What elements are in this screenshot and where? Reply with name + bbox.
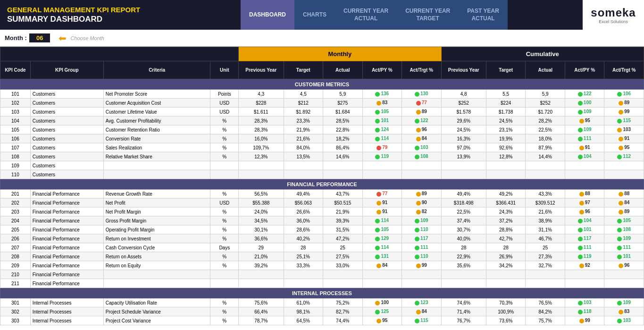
- tab-past-year-actual[interactable]: PAST YEARACTUAL: [459, 0, 508, 30]
- table-row: 210 Financial Performance: [0, 270, 644, 279]
- status-dot: [617, 319, 622, 323]
- month-hint: Choose Month: [70, 35, 104, 41]
- status-dot: [578, 110, 583, 115]
- status-dot: [579, 146, 584, 150]
- nav-tabs: DASHBOARD CHARTS CURRENT YEARACTUAL CURR…: [241, 0, 508, 30]
- kpi-indicator-cell: 110: [402, 252, 442, 261]
- c-prev-cell: 4,8: [441, 90, 486, 99]
- status-dot: [617, 255, 622, 259]
- status-dot: [375, 228, 380, 232]
- kpi-group-cell: Financial Performance: [30, 270, 103, 279]
- kpi-criteria-cell: Net Promoter Score: [103, 90, 210, 99]
- c-prev-cell: 49,4%: [441, 190, 486, 198]
- kpi-indicator-cell: 114: [362, 243, 402, 252]
- table-row: 204 Financial Performance Gross Profit M…: [0, 216, 644, 225]
- c-act-cell: 22,5%: [526, 125, 565, 134]
- section-header-row: CUSTOMER METRICS: [0, 79, 644, 90]
- kpi-indicator-cell: 119: [362, 152, 402, 161]
- kpi-unit-cell: Points: [210, 90, 239, 99]
- tab-dashboard[interactable]: DASHBOARD: [241, 0, 294, 30]
- table-row: 211 Financial Performance: [0, 279, 644, 288]
- c-tgt-cell: $1.738: [486, 107, 526, 116]
- c-tgt-cell: 73,6%: [486, 316, 526, 325]
- kpi-indicator-cell: 79: [362, 143, 402, 152]
- table-row: 202 Financial Performance Net Profit USD…: [0, 198, 644, 207]
- m-tgt-cell: [284, 270, 323, 279]
- col-c-act: Actual: [526, 61, 565, 79]
- tab-current-year-target[interactable]: CURRENT YEARTARGET: [397, 0, 459, 30]
- kpi-indicator-cell: 84: [402, 307, 442, 316]
- m-prev-cell: 12,3%: [239, 152, 284, 161]
- m-prev-cell: 75,6%: [239, 298, 284, 307]
- status-dot: [617, 228, 622, 232]
- kpi-indicator-cell: 89: [402, 107, 442, 116]
- m-act-cell: 74,4%: [323, 316, 363, 325]
- m-prev-cell: 34,5%: [239, 216, 284, 225]
- kpi-indicator-cell: 88: [565, 190, 604, 198]
- table-row: 207 Financial Performance Cash Conversio…: [0, 243, 644, 252]
- kpi-criteria-cell: Cash Conversion Cycle: [103, 243, 210, 252]
- status-dot: [619, 146, 623, 150]
- c-prev-cell: 22,9%: [441, 252, 486, 261]
- kpi-unit-cell: [210, 270, 239, 279]
- logo-brand: someka: [591, 6, 636, 19]
- m-prev-cell: [239, 170, 284, 179]
- status-dot: [416, 101, 421, 106]
- status-dot: [416, 137, 421, 141]
- m-tgt-cell: 28,6%: [284, 225, 323, 234]
- m-tgt-cell: 33,3%: [284, 261, 323, 270]
- status-dot: [416, 310, 421, 314]
- section-header-label: CUSTOMER METRICS: [0, 79, 644, 90]
- kpi-value: 99: [624, 109, 629, 114]
- kpi-indicator-cell: 131: [362, 252, 402, 261]
- c-tgt-cell: 37,2%: [486, 216, 526, 225]
- c-act-cell: 46,7%: [526, 234, 565, 243]
- status-dot: [578, 155, 583, 159]
- kpi-unit-cell: %: [210, 298, 239, 307]
- kpi-indicator-cell: 124: [362, 125, 402, 134]
- kpi-criteria-cell: Net Profit: [103, 198, 210, 207]
- m-prev-cell: [239, 279, 284, 288]
- c-act-cell: $252: [526, 99, 565, 107]
- cumulative-group-header: Cumulative: [441, 47, 644, 61]
- m-act-cell: [323, 161, 363, 170]
- kpi-group-cell: Customers: [30, 99, 103, 107]
- kpi-value: 100: [381, 300, 389, 305]
- kpi-criteria-cell: Return on Investment: [103, 234, 210, 243]
- m-prev-cell: [239, 161, 284, 170]
- kpi-group-cell: Financial Performance: [30, 190, 103, 198]
- table-row: 208 Financial Performance Return on Asse…: [0, 252, 644, 261]
- month-arrow-icon[interactable]: ⬅: [59, 33, 67, 44]
- col-c-atgt: Act/Trgt %: [604, 61, 644, 79]
- kpi-value: 131: [381, 254, 389, 259]
- kpi-value: 122: [420, 118, 428, 123]
- kpi-value: 119: [584, 254, 592, 259]
- kpi-indicator-cell: 111: [565, 243, 604, 252]
- kpi-group-cell: Financial Performance: [30, 279, 103, 288]
- c-tgt-cell: [486, 170, 526, 179]
- status-dot: [617, 219, 622, 223]
- kpi-value: 103: [420, 145, 428, 150]
- tab-charts[interactable]: CHARTS: [294, 0, 335, 30]
- table-row: 105 Customers Customer Retention Ratio %…: [0, 125, 644, 134]
- c-prev-cell: $252: [441, 99, 486, 107]
- table-row: 108 Customers Relative Market Share % 12…: [0, 152, 644, 161]
- m-tgt-cell: 28: [284, 243, 323, 252]
- c-act-cell: 31,1%: [526, 225, 565, 234]
- kpi-value: 111: [584, 136, 592, 141]
- m-act-cell: 25: [323, 243, 363, 252]
- status-dot: [617, 301, 622, 305]
- kpi-code-cell: 202: [0, 198, 31, 207]
- kpi-unit-cell: %: [210, 261, 239, 270]
- col-m-act: Actual: [323, 61, 363, 79]
- status-dot: [375, 237, 380, 241]
- status-dot: [619, 310, 623, 314]
- kpi-unit-cell: USD: [210, 99, 239, 107]
- tab-current-year-actual[interactable]: CURRENT YEARACTUAL: [335, 0, 397, 30]
- kpi-indicator-cell: 95: [565, 116, 604, 125]
- month-value: 06: [29, 33, 50, 42]
- kpi-criteria-cell: Sales Realization: [103, 143, 210, 152]
- kpi-value: 90: [422, 200, 427, 205]
- status-dot: [415, 146, 419, 150]
- status-dot: [619, 210, 623, 214]
